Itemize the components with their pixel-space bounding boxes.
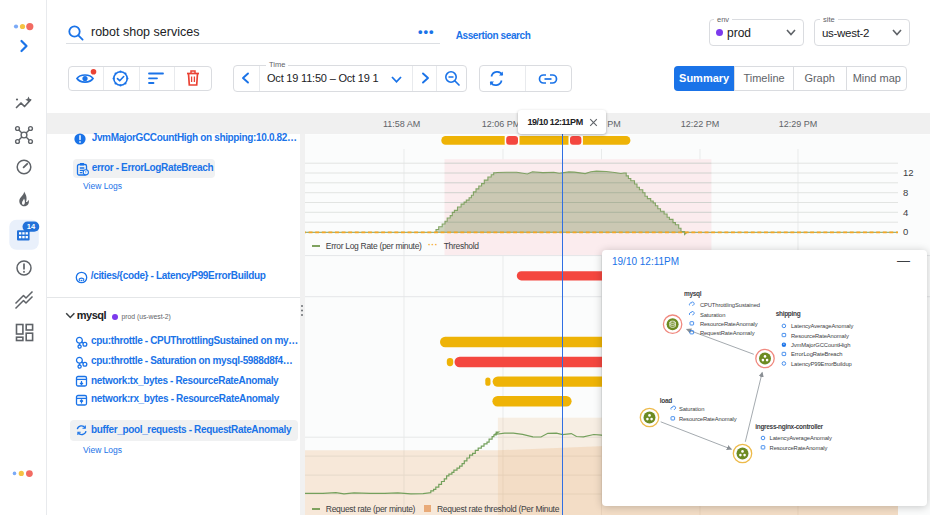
svg-text:Saturation: Saturation	[679, 407, 704, 413]
svg-text:0: 0	[903, 226, 908, 237]
svg-text:CPUThrottlingSustained: CPUThrottlingSustained	[700, 302, 760, 308]
svg-text:12: 12	[903, 167, 914, 178]
svg-text:8: 8	[903, 187, 908, 198]
svg-text:JvmMajorGCCountHigh: JvmMajorGCCountHigh	[791, 342, 850, 348]
svg-text:ResourceRateAnomaly: ResourceRateAnomaly	[679, 416, 737, 422]
svg-text:RequestRateAnomaly: RequestRateAnomaly	[700, 330, 755, 336]
svg-text:14: 14	[27, 222, 36, 231]
svg-text:mysql: mysql	[684, 291, 702, 299]
svg-text:ResourceRateAnomaly: ResourceRateAnomaly	[770, 445, 828, 451]
svg-text:ResourceRateAnomaly: ResourceRateAnomaly	[791, 333, 849, 339]
svg-text:shipping: shipping	[776, 310, 801, 318]
svg-text:load: load	[660, 397, 672, 404]
svg-text:LatencyAverageAnomaly: LatencyAverageAnomaly	[770, 435, 832, 441]
svg-text:ResourceRateAnomaly: ResourceRateAnomaly	[700, 322, 758, 328]
svg-text:LatencyP99ErrorBuildup: LatencyP99ErrorBuildup	[791, 361, 852, 367]
svg-text:ingress-nginx-controller: ingress-nginx-controller	[755, 423, 823, 431]
svg-text:4: 4	[903, 207, 908, 218]
svg-text:Saturation: Saturation	[700, 312, 725, 318]
svg-text:ErrorLogRateBreach: ErrorLogRateBreach	[791, 352, 842, 358]
svg-text:LatencyAverageAnomaly: LatencyAverageAnomaly	[791, 323, 853, 329]
